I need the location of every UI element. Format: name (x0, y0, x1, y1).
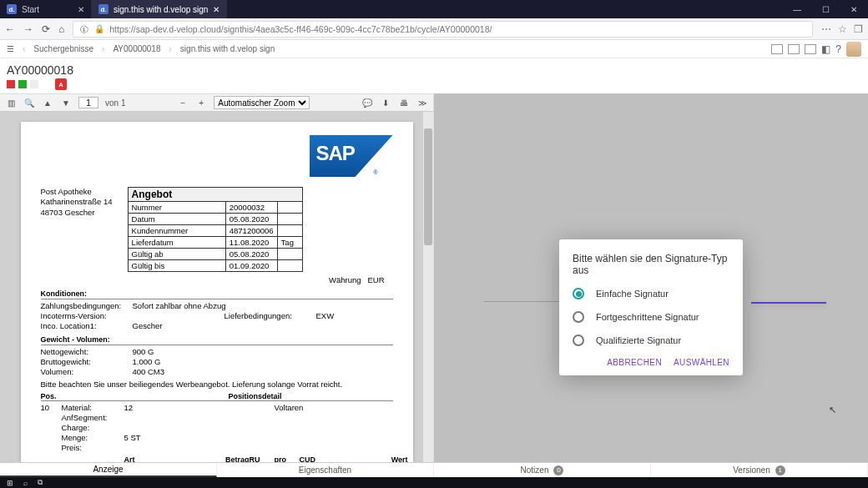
signature-panel: Bitte wählen sie den Signature-Typ aus E… (434, 93, 868, 462)
url-text: https://sap-dev.d-velop.cloud/signthis/4… (109, 24, 492, 34)
tab-versionen[interactable]: Versionen1 (651, 463, 868, 477)
reload-icon[interactable]: ⟳ (42, 23, 50, 35)
pdf-viewport: SAP ® Post Apotheke Katharinenstraße 14 … (0, 112, 433, 462)
comment-icon[interactable]: 💬 (361, 98, 373, 108)
radio-option-qualified[interactable]: Qualifizierte Signatur (573, 335, 729, 346)
download-icon[interactable]: ⬇ (380, 98, 391, 108)
radio-icon[interactable] (573, 288, 584, 299)
task-view-icon[interactable]: ⧉ (38, 478, 43, 487)
document-panel: ▥ 🔍 ▲ ▼ von 1 − + Automatischer Zoom 💬 ⬇… (0, 93, 434, 462)
close-icon[interactable]: ✕ (213, 5, 220, 14)
view-icon[interactable] (788, 44, 800, 54)
search-icon[interactable]: 🔍 (23, 98, 35, 108)
start-icon[interactable]: ⊞ (7, 479, 13, 487)
browser-tab-active[interactable]: d. sign.this with d.velop sign ✕ (92, 0, 227, 18)
pdf-page: SAP ® Post Apotheke Katharinenstraße 14 … (21, 122, 413, 462)
url-input[interactable]: 🛈 🔒 https://sap-dev.d-velop.cloud/signth… (73, 21, 813, 38)
favicon-icon: d. (98, 4, 108, 14)
tab-label: sign.this with d.velop sign (114, 5, 208, 14)
divider (484, 301, 559, 302)
search-taskbar-icon[interactable]: ⌕ (23, 479, 28, 487)
accent-line (751, 302, 826, 304)
more-icon[interactable]: ⋯ (821, 23, 831, 35)
apps-icon[interactable]: ◧ (821, 43, 830, 55)
address-bar: ← → ⟳ ⌂ 🛈 🔒 https://sap-dev.d-velop.clou… (0, 18, 868, 40)
tab-anzeige[interactable]: Anzeige (0, 463, 217, 477)
status-bar: A (0, 78, 868, 93)
more-tools-icon[interactable]: ≫ (416, 98, 428, 108)
section-gewicht: Gewicht - Volumen: (41, 335, 393, 345)
favicon-icon: d. (7, 4, 17, 14)
help-icon[interactable]: ? (835, 43, 841, 55)
breadcrumb-c[interactable]: sign.this with d.velop sign (180, 44, 275, 53)
cursor-icon: ↖ (829, 405, 836, 415)
recipient-address: Post Apotheke Katharinenstraße 14 48703 … (41, 187, 113, 218)
shield-icon: 🛈 (80, 24, 89, 34)
menu-icon[interactable]: ☰ (7, 44, 14, 53)
quote-table: Angebot Nummer20000032 Datum05.08.2020 K… (128, 187, 303, 272)
sidebar-toggle-icon[interactable]: ▥ (5, 98, 17, 108)
back-icon[interactable]: ← (5, 23, 15, 35)
section-konditionen: Konditionen: (41, 289, 393, 299)
status-red-icon (7, 80, 15, 88)
browser-tab-strip: d. Start ✕ d. sign.this with d.velop sig… (0, 0, 868, 18)
radio-option-advanced[interactable]: Fortgeschrittene Signatur (573, 311, 729, 323)
zoom-select[interactable]: Automatischer Zoom (214, 96, 310, 109)
tab-eigenschaften[interactable]: Eigenschaften (217, 463, 434, 477)
view-icon[interactable] (805, 44, 816, 54)
pdf-icon: A (55, 78, 67, 90)
bottom-tabs: Anzeige Eigenschaften Notizen0 Versionen… (0, 462, 868, 477)
radio-label: Fortgeschrittene Signatur (596, 312, 699, 322)
home-icon[interactable]: ⌂ (58, 23, 64, 35)
bookmark-icon[interactable]: ☆ (838, 23, 847, 35)
minimize-icon[interactable]: — (783, 0, 811, 18)
radio-label: Qualifizierte Signatur (596, 335, 681, 345)
os-taskbar: ⊞ ⌕ ⧉ (0, 477, 868, 488)
page-title: AY00000018 (0, 58, 868, 78)
library-icon[interactable]: ❐ (854, 23, 863, 35)
pdf-toolbar: ▥ 🔍 ▲ ▼ von 1 − + Automatischer Zoom 💬 ⬇… (0, 93, 433, 112)
tab-notizen[interactable]: Notizen0 (434, 463, 651, 477)
radio-label: Einfache Signatur (596, 289, 669, 299)
modal-title: Bitte wählen sie den Signature-Typ aus (573, 253, 729, 276)
scrollbar[interactable] (423, 112, 433, 462)
maximize-icon[interactable]: ☐ (811, 0, 840, 18)
breadcrumb-a[interactable]: Suchergebnisse (33, 44, 93, 53)
close-icon[interactable]: ✕ (78, 5, 84, 14)
app-toolbar: ☰ ‹ Suchergebnisse › AY00000018 › sign.t… (0, 40, 868, 58)
page-of-label: von 1 (105, 98, 125, 108)
page-down-icon[interactable]: ▼ (60, 98, 72, 108)
sap-logo-icon: SAP ® (310, 135, 393, 177)
avatar[interactable] (846, 42, 861, 57)
cancel-button[interactable]: ABBRECHEN (607, 358, 662, 367)
page-input[interactable] (78, 97, 98, 108)
page-up-icon[interactable]: ▲ (42, 98, 53, 108)
close-window-icon[interactable]: ✕ (840, 0, 868, 18)
radio-option-simple[interactable]: Einfache Signatur (573, 288, 729, 299)
radio-icon[interactable] (573, 311, 584, 323)
select-button[interactable]: AUSWÄHLEN (674, 358, 729, 367)
forward-icon[interactable]: → (23, 23, 33, 35)
zoom-out-icon[interactable]: − (177, 98, 189, 108)
radio-icon[interactable] (573, 335, 584, 346)
note-text: Bitte beachten Sie unser beiliegendes We… (41, 380, 393, 389)
view-icon[interactable] (771, 44, 783, 54)
print-icon[interactable]: 🖶 (398, 98, 410, 108)
breadcrumb-b[interactable]: AY00000018 (113, 44, 160, 53)
status-grey-icon (30, 80, 38, 88)
signature-type-modal: Bitte wählen sie den Signature-Typ aus E… (559, 239, 743, 375)
status-green-icon (18, 80, 27, 88)
zoom-in-icon[interactable]: + (195, 98, 207, 108)
window-controls: — ☐ ✕ (783, 0, 868, 18)
lock-icon: 🔒 (94, 24, 104, 33)
browser-tab[interactable]: d. Start ✕ (0, 0, 92, 18)
tab-label: Start (22, 5, 39, 14)
